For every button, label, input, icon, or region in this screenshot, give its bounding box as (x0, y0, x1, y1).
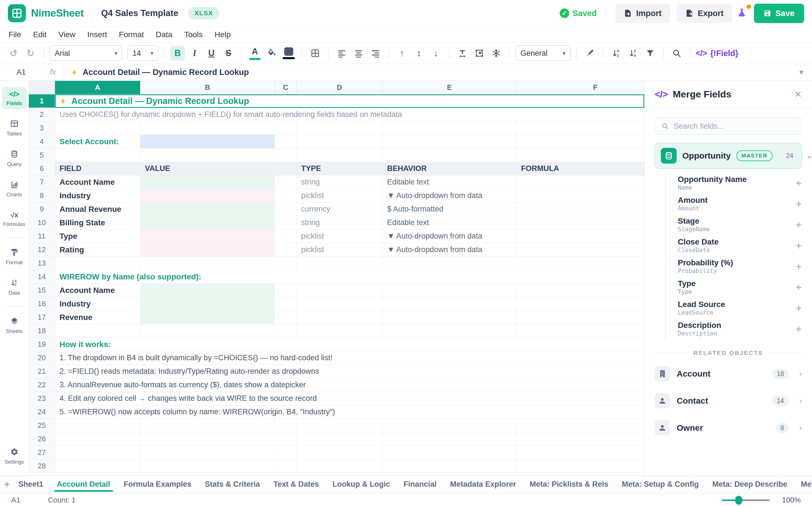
font-size-select[interactable]: 14▾ (128, 45, 158, 61)
cell-E28[interactable] (383, 459, 516, 473)
zoom-slider[interactable] (722, 499, 770, 501)
align-top-button[interactable]: ↑ (395, 46, 409, 61)
cell-D17[interactable] (297, 311, 383, 324)
menu-file[interactable]: File (8, 30, 21, 39)
cell-D28[interactable] (297, 459, 383, 473)
sort-za-button[interactable]: ZA (626, 46, 641, 61)
cell-C28[interactable] (275, 459, 297, 473)
cell-E26[interactable] (383, 432, 516, 446)
cell-A12[interactable]: Rating (55, 243, 140, 257)
row-header-5[interactable]: 5 (29, 149, 55, 162)
sidebar-item-data[interactable]: AZData (2, 276, 27, 299)
row-header-1[interactable]: 1 (29, 94, 55, 108)
cell-E8[interactable]: ▼ Auto-dropdown from data (383, 189, 516, 203)
tab-metadata-explorer[interactable]: Metadata Explorer (443, 475, 523, 494)
formula-bar-expand-button[interactable]: ▼ (791, 68, 812, 76)
cell-F25[interactable] (516, 419, 644, 432)
tab-stats-criteria[interactable]: Stats & Criteria (198, 475, 267, 494)
undo-button[interactable]: ↺ (6, 46, 21, 61)
cell-F6[interactable]: FORMULA (516, 162, 644, 175)
cell-C27[interactable] (275, 446, 297, 459)
cell-A4[interactable]: Select Account: (55, 135, 140, 149)
related-object-account[interactable]: Account18› (655, 360, 802, 387)
cell-B26[interactable] (140, 432, 275, 446)
row-header-3[interactable]: 3 (29, 121, 55, 135)
border-color-button[interactable] (282, 46, 296, 61)
cell-D3[interactable] (297, 121, 383, 135)
cell-F4[interactable] (516, 135, 644, 149)
row-header-7[interactable]: 7 (29, 175, 55, 189)
filter-button[interactable] (643, 46, 658, 61)
menu-tools[interactable]: Tools (184, 30, 202, 39)
cell-F16[interactable] (516, 297, 644, 311)
cell-D12[interactable]: picklist (297, 243, 383, 257)
cell-A10[interactable]: Billing State (55, 216, 140, 230)
row-header-23[interactable]: 23 (29, 392, 55, 405)
cell-F11[interactable] (516, 230, 644, 243)
cell-E10[interactable]: Editable text (383, 216, 516, 230)
cell-E13[interactable] (383, 257, 516, 270)
tab-meta-setup-config[interactable]: Meta: Setup & Config (615, 475, 706, 494)
cell-B25[interactable] (140, 419, 275, 432)
tab-financial[interactable]: Financial (397, 475, 443, 494)
number-format-select[interactable]: General▾ (515, 45, 571, 61)
cell-D10[interactable]: string (297, 216, 383, 230)
cell-E16[interactable] (383, 297, 516, 311)
cell-C16[interactable] (275, 297, 297, 311)
fill-color-button[interactable] (264, 46, 279, 61)
cell-D26[interactable] (297, 432, 383, 446)
row-header-24[interactable]: 24 (29, 405, 55, 419)
sidebar-item-query[interactable]: Query (2, 147, 27, 170)
cell-B12[interactable] (140, 243, 275, 257)
cell-E6[interactable]: BEHAVIOR (383, 162, 516, 175)
close-icon[interactable]: ✕ (794, 89, 802, 100)
cell-D4[interactable] (297, 135, 383, 149)
row-header-11[interactable]: 11 (29, 230, 55, 243)
column-header-C[interactable]: C (275, 81, 297, 94)
cell-D13[interactable] (297, 257, 383, 270)
labs-button[interactable] (737, 7, 747, 19)
cell-C25[interactable] (275, 419, 297, 432)
cell-E3[interactable] (383, 121, 516, 135)
row-header-22[interactable]: 22 (29, 378, 55, 392)
cell-F3[interactable] (516, 121, 644, 135)
cell-D27[interactable] (297, 446, 383, 459)
cell-F26[interactable] (516, 432, 644, 446)
cell-A16[interactable]: Industry (55, 297, 140, 311)
cell-B4[interactable] (140, 135, 275, 149)
cell-B13[interactable] (140, 257, 275, 270)
cell-F7[interactable] (516, 175, 644, 189)
add-field-button[interactable]: + (796, 240, 802, 251)
cell-A6[interactable]: FIELD (55, 162, 140, 175)
row-header-28[interactable]: 28 (29, 459, 55, 473)
add-field-button[interactable]: + (796, 303, 802, 314)
row-header-4[interactable]: 4 (29, 135, 55, 149)
cell-A24[interactable]: 5. =WIREROW() now accepts column by name… (55, 405, 644, 419)
sidebar-item-sheets[interactable]: Sheets (2, 314, 27, 337)
row-header-21[interactable]: 21 (29, 365, 55, 378)
cell-F18[interactable] (516, 324, 644, 338)
align-bottom-button[interactable]: ↓ (428, 46, 443, 61)
merge-field-button[interactable]: </> {!Field} (696, 49, 739, 58)
cell-B28[interactable] (140, 459, 275, 473)
cell-D9[interactable]: currency (297, 203, 383, 216)
cell-F17[interactable] (516, 311, 644, 324)
cell-E9[interactable]: $ Auto-formatted (383, 203, 516, 216)
cell-A17[interactable]: Revenue (55, 311, 140, 324)
cell-A18[interactable] (55, 324, 140, 338)
tab-meta-picklists-rels[interactable]: Meta: Picklists & Rels (523, 475, 615, 494)
column-header-E[interactable]: E (383, 81, 516, 94)
field-search-input[interactable] (673, 122, 795, 131)
cell-B10[interactable] (140, 216, 275, 230)
cell-D11[interactable]: picklist (297, 230, 383, 243)
row-header-20[interactable]: 20 (29, 351, 55, 365)
menu-edit[interactable]: Edit (33, 30, 47, 39)
freeze-button[interactable] (489, 46, 504, 61)
cell-A1[interactable]: Account Detail — Dynamic Record Lookup (55, 94, 644, 108)
cell-A7[interactable]: Account Name (55, 175, 140, 189)
row-header-18[interactable]: 18 (29, 324, 55, 338)
sidebar-item-formulas[interactable]: √xFormulas (2, 208, 27, 230)
row-header-6[interactable]: 6 (29, 162, 55, 175)
export-button[interactable]: Export (677, 4, 732, 23)
cell-reference-box[interactable]: A1 (0, 68, 42, 76)
